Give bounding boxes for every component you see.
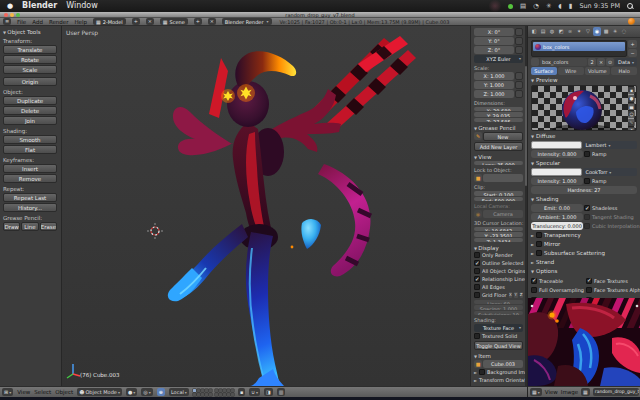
rotation-y-field[interactable]: Y: 0° bbox=[474, 37, 514, 45]
grease-erase-button[interactable]: Erase bbox=[40, 222, 57, 231]
apple-menu-icon[interactable]: ● bbox=[7, 0, 13, 12]
manipulator-toggle[interactable]: ⊕ bbox=[157, 388, 165, 396]
all-edges-checkbox[interactable] bbox=[474, 284, 480, 290]
uv-menu-image[interactable]: Image bbox=[561, 389, 578, 395]
layer-toggle[interactable] bbox=[215, 393, 218, 396]
hardness-slider[interactable]: Hardness: 27 bbox=[531, 186, 637, 194]
pin-icon[interactable]: ⊙ bbox=[606, 58, 614, 66]
object-picker-icon[interactable]: ■ bbox=[474, 174, 482, 182]
translucency-slider[interactable]: Translucency: 0.000 bbox=[531, 222, 583, 230]
display-panel-header[interactable]: Display bbox=[474, 245, 523, 251]
tab-modifiers[interactable]: ✶ bbox=[575, 27, 583, 36]
diffuse-color-swatch[interactable] bbox=[531, 141, 582, 149]
layer-toggle[interactable] bbox=[219, 389, 222, 392]
menu-view[interactable]: View bbox=[17, 389, 30, 395]
view-panel-header[interactable]: View bbox=[474, 154, 523, 160]
grease-new-button[interactable]: New bbox=[483, 132, 523, 141]
menu-file[interactable]: File bbox=[17, 18, 26, 26]
add-new-layer-button[interactable]: Add New Layer bbox=[474, 142, 523, 151]
status-green-icon[interactable] bbox=[508, 4, 513, 9]
layer-toggle[interactable] bbox=[197, 389, 200, 392]
layer-toggle[interactable] bbox=[227, 389, 230, 392]
screen-layout-selector[interactable]: ▦ 2-Model bbox=[93, 18, 126, 25]
transform-orientations-panel-header[interactable] bbox=[474, 377, 477, 383]
face-textures-alpha-checkbox[interactable] bbox=[586, 287, 592, 293]
strand-panel-header[interactable]: Strand bbox=[531, 258, 637, 266]
material-name-field[interactable]: box_colors bbox=[540, 58, 587, 66]
tab-texture[interactable]: ▩ bbox=[602, 27, 610, 36]
layer-toggle[interactable] bbox=[205, 393, 208, 396]
layer-toggle[interactable] bbox=[209, 393, 212, 396]
delete-button[interactable]: Delete bbox=[3, 106, 57, 115]
layer-toggle[interactable] bbox=[193, 393, 196, 396]
mirror-checkbox[interactable] bbox=[536, 241, 542, 247]
history-button[interactable]: History... bbox=[3, 203, 57, 212]
scene-selector[interactable]: ▦ Scene bbox=[160, 18, 188, 25]
grease-pencil-icon[interactable]: ✎ bbox=[474, 132, 482, 140]
smooth-button[interactable]: Smooth bbox=[3, 135, 57, 144]
axis-x-toggle[interactable]: X bbox=[509, 292, 512, 298]
lock-to-scene-toggle[interactable]: ▪ bbox=[238, 388, 245, 396]
zoom-window-button[interactable] bbox=[16, 13, 20, 17]
spotlight-icon[interactable] bbox=[627, 3, 633, 9]
outline-selected-checkbox[interactable] bbox=[474, 260, 480, 266]
specular-color-swatch[interactable] bbox=[531, 168, 582, 176]
rotate-button[interactable]: Rotate bbox=[3, 55, 57, 64]
shadeless-checkbox[interactable] bbox=[584, 205, 590, 211]
local-camera-field[interactable]: Camera bbox=[483, 210, 523, 218]
preview-hair-button[interactable]: ∿ bbox=[628, 119, 635, 126]
material-browse-icon[interactable] bbox=[531, 58, 539, 66]
grease-line-button[interactable]: Line bbox=[21, 222, 38, 231]
snap-dropdown[interactable]: ∪ bbox=[249, 388, 260, 396]
pivot-point-dropdown[interactable]: ◎ bbox=[141, 388, 152, 396]
uv-menu-view[interactable]: View bbox=[545, 389, 558, 395]
render-opengl-button[interactable]: ◨ bbox=[264, 388, 273, 396]
dimension-y-field[interactable]: Y: 29.035 bbox=[474, 112, 523, 116]
grid-spacing-field[interactable]: Spacing: 1.000 bbox=[474, 305, 523, 309]
textured-solid-checkbox[interactable] bbox=[474, 333, 480, 339]
lock-icon[interactable] bbox=[515, 81, 523, 89]
material-users-button[interactable]: 2 bbox=[588, 58, 596, 66]
tab-volume[interactable]: Volume bbox=[585, 67, 611, 75]
rotation-x-field[interactable]: X: 0° bbox=[474, 28, 514, 36]
grease-pencil-panel-header[interactable]: Grease Pencil bbox=[474, 125, 523, 131]
lock-icon[interactable] bbox=[515, 46, 523, 54]
lock-icon[interactable] bbox=[515, 28, 523, 36]
dimension-x-field[interactable]: X: 29.689 bbox=[474, 107, 523, 111]
translate-button[interactable]: Translate bbox=[3, 45, 57, 54]
layer-toggle[interactable] bbox=[197, 393, 200, 396]
material-slot-selected[interactable]: box_colors bbox=[533, 42, 625, 51]
viewport-shading-dropdown[interactable]: ● bbox=[126, 388, 137, 396]
tab-object-data[interactable]: ▽ bbox=[584, 27, 592, 36]
tangent-shading-checkbox[interactable] bbox=[584, 214, 590, 220]
tab-object[interactable]: ◩ bbox=[557, 27, 565, 36]
status-icon-2[interactable]: ◔ bbox=[533, 0, 539, 12]
tab-material[interactable]: ◉ bbox=[593, 27, 601, 36]
minimize-window-button[interactable] bbox=[10, 13, 14, 17]
scale-button[interactable]: Scale bbox=[3, 65, 57, 74]
preview-sphere-button[interactable]: ● bbox=[628, 95, 635, 102]
app-menu-window[interactable]: Window bbox=[66, 0, 98, 12]
tab-constraints[interactable]: ∞ bbox=[566, 27, 574, 36]
layer-toggle[interactable] bbox=[215, 389, 218, 392]
tab-surface[interactable]: Surface bbox=[531, 67, 557, 75]
app-menu-blender[interactable]: Blender bbox=[22, 0, 57, 12]
menu-select[interactable]: Select bbox=[34, 389, 51, 395]
status-icon-4[interactable]: ◖ bbox=[558, 0, 561, 12]
layer-toggle[interactable] bbox=[193, 389, 196, 392]
ambient-slider[interactable]: Ambient: 1.000 bbox=[531, 213, 583, 221]
lock-to-object-field[interactable] bbox=[483, 174, 523, 182]
layer-toggle[interactable] bbox=[231, 393, 234, 396]
grid-subdivisions-field[interactable]: Subdivisions: 10 bbox=[474, 311, 523, 315]
relationship-lines-checkbox[interactable] bbox=[474, 276, 480, 282]
specular-panel-header[interactable]: Specular bbox=[531, 159, 637, 167]
viewport-3d[interactable]: User Persp (76) Cube.003 bbox=[62, 26, 470, 386]
layer-toggle[interactable] bbox=[223, 393, 226, 396]
origin-button[interactable]: Origin bbox=[3, 77, 57, 86]
layer-toggle[interactable] bbox=[227, 393, 230, 396]
cursor-z-field[interactable]: Z: 1.3434 bbox=[474, 238, 523, 242]
all-object-origins-checkbox[interactable] bbox=[474, 268, 480, 274]
axis-y-toggle[interactable]: Y bbox=[514, 292, 517, 298]
lock-icon[interactable] bbox=[515, 37, 523, 45]
full-oversampling-checkbox[interactable] bbox=[531, 287, 537, 293]
